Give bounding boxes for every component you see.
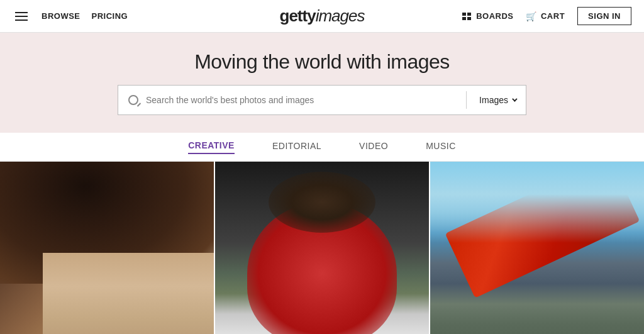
boards-label: BOARDS — [476, 11, 513, 21]
hamburger-menu-icon[interactable] — [13, 9, 30, 23]
search-type-label: Images — [479, 95, 508, 105]
hero-section: Moving the world with images Images — [0, 33, 644, 133]
search-divider — [466, 91, 467, 109]
logo: gettyimages — [280, 6, 365, 26]
header: BROWSE PRICING gettyimages BOARDS 🛒 CART… — [0, 0, 644, 33]
cart-button[interactable]: 🛒 CART — [526, 11, 565, 21]
header-left: BROWSE PRICING — [13, 9, 128, 23]
content-tabs: CREATIVE EDITORIAL VIDEO MUSIC — [0, 133, 644, 162]
search-input[interactable] — [146, 95, 464, 105]
image-1[interactable] — [0, 162, 214, 334]
logo-container[interactable]: gettyimages — [280, 6, 365, 26]
image-grid — [0, 162, 644, 334]
logo-text: getty — [280, 6, 316, 25]
tab-creative[interactable]: CREATIVE — [188, 140, 235, 154]
tab-music[interactable]: MUSIC — [426, 141, 456, 153]
image-2[interactable] — [214, 162, 429, 334]
cart-label: CART — [541, 11, 565, 21]
search-type-dropdown[interactable]: Images — [469, 95, 526, 105]
hero-title: Moving the world with images — [194, 50, 450, 74]
sign-in-button[interactable]: SIGN IN — [577, 7, 631, 25]
search-icon-wrap — [118, 95, 146, 105]
tab-video[interactable]: VIDEO — [359, 141, 388, 153]
header-right: BOARDS 🛒 CART SIGN IN — [462, 7, 631, 25]
pricing-link[interactable]: PRICING — [92, 11, 128, 21]
search-icon — [128, 95, 138, 105]
image-3[interactable] — [429, 162, 644, 334]
browse-link[interactable]: BROWSE — [42, 11, 80, 21]
chevron-down-icon — [512, 96, 517, 101]
tab-editorial[interactable]: EDITORIAL — [272, 141, 321, 153]
search-bar: Images — [118, 85, 526, 115]
cart-icon: 🛒 — [526, 11, 537, 21]
boards-icon — [462, 12, 472, 21]
logo-italic: images — [316, 6, 365, 25]
boards-button[interactable]: BOARDS — [462, 11, 513, 21]
